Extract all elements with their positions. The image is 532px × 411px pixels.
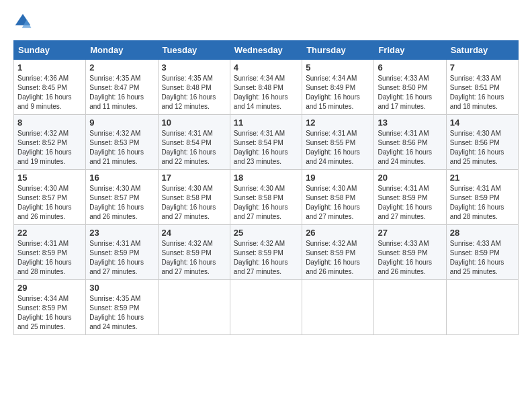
day-number: 27 xyxy=(378,228,442,238)
day-number: 7 xyxy=(450,62,515,73)
day-info: Sunrise: 4:32 AMSunset: 8:52 PMDaylight:… xyxy=(17,130,72,165)
page: SundayMondayTuesdayWednesdayThursdayFrid… xyxy=(0,0,532,411)
day-number: 21 xyxy=(450,173,515,183)
day-number: 16 xyxy=(89,173,154,183)
day-number: 28 xyxy=(450,228,515,238)
calendar-cell: 18 Sunrise: 4:30 AMSunset: 8:58 PMDaylig… xyxy=(230,170,302,225)
day-number: 4 xyxy=(234,62,298,73)
day-number: 12 xyxy=(306,118,370,128)
day-number: 6 xyxy=(378,62,442,73)
calendar-day-header: Tuesday xyxy=(158,41,230,60)
day-number: 13 xyxy=(378,118,442,128)
day-number: 26 xyxy=(306,228,370,238)
calendar-cell: 7 Sunrise: 4:33 AMSunset: 8:51 PMDayligh… xyxy=(446,60,518,115)
header xyxy=(13,12,519,31)
day-number: 29 xyxy=(17,283,82,293)
day-number: 10 xyxy=(162,118,226,128)
calendar-cell: 16 Sunrise: 4:30 AMSunset: 8:57 PMDaylig… xyxy=(86,170,158,225)
day-number: 15 xyxy=(17,173,82,183)
calendar-cell: 6 Sunrise: 4:33 AMSunset: 8:50 PMDayligh… xyxy=(374,60,446,115)
calendar-cell: 20 Sunrise: 4:31 AMSunset: 8:59 PMDaylig… xyxy=(374,170,446,225)
day-info: Sunrise: 4:35 AMSunset: 8:59 PMDaylight:… xyxy=(89,295,144,330)
day-info: Sunrise: 4:30 AMSunset: 8:58 PMDaylight:… xyxy=(162,185,216,220)
day-info: Sunrise: 4:33 AMSunset: 8:50 PMDaylight:… xyxy=(378,75,432,110)
calendar-header-row: SundayMondayTuesdayWednesdayThursdayFrid… xyxy=(14,41,519,60)
calendar-cell xyxy=(230,280,302,335)
day-info: Sunrise: 4:32 AMSunset: 8:59 PMDaylight:… xyxy=(162,240,216,275)
day-number: 18 xyxy=(234,173,298,183)
day-info: Sunrise: 4:30 AMSunset: 8:57 PMDaylight:… xyxy=(89,185,144,220)
day-info: Sunrise: 4:33 AMSunset: 8:59 PMDaylight:… xyxy=(450,240,504,275)
day-number: 11 xyxy=(234,118,298,128)
calendar-cell xyxy=(446,280,518,335)
day-info: Sunrise: 4:33 AMSunset: 8:51 PMDaylight:… xyxy=(450,75,504,110)
day-info: Sunrise: 4:34 AMSunset: 8:49 PMDaylight:… xyxy=(306,75,360,110)
logo-icon xyxy=(13,12,32,31)
day-number: 17 xyxy=(162,173,226,183)
day-info: Sunrise: 4:30 AMSunset: 8:58 PMDaylight:… xyxy=(234,185,288,220)
day-info: Sunrise: 4:31 AMSunset: 8:59 PMDaylight:… xyxy=(378,185,432,220)
calendar-cell: 28 Sunrise: 4:33 AMSunset: 8:59 PMDaylig… xyxy=(446,225,518,280)
day-number: 9 xyxy=(89,118,154,128)
calendar-cell: 24 Sunrise: 4:32 AMSunset: 8:59 PMDaylig… xyxy=(158,225,230,280)
day-info: Sunrise: 4:31 AMSunset: 8:55 PMDaylight:… xyxy=(306,130,360,165)
calendar-cell xyxy=(158,280,230,335)
calendar-cell xyxy=(374,280,446,335)
day-info: Sunrise: 4:34 AMSunset: 8:59 PMDaylight:… xyxy=(17,295,72,330)
day-number: 23 xyxy=(89,228,154,238)
calendar-week-row: 29 Sunrise: 4:34 AMSunset: 8:59 PMDaylig… xyxy=(14,280,519,335)
day-info: Sunrise: 4:31 AMSunset: 8:59 PMDaylight:… xyxy=(17,240,72,275)
calendar: SundayMondayTuesdayWednesdayThursdayFrid… xyxy=(13,40,519,335)
calendar-day-header: Monday xyxy=(86,41,158,60)
day-number: 24 xyxy=(162,228,226,238)
calendar-cell: 22 Sunrise: 4:31 AMSunset: 8:59 PMDaylig… xyxy=(14,225,86,280)
calendar-cell: 3 Sunrise: 4:35 AMSunset: 8:48 PMDayligh… xyxy=(158,60,230,115)
day-info: Sunrise: 4:32 AMSunset: 8:59 PMDaylight:… xyxy=(306,240,360,275)
calendar-cell: 17 Sunrise: 4:30 AMSunset: 8:58 PMDaylig… xyxy=(158,170,230,225)
day-number: 22 xyxy=(17,228,82,238)
day-info: Sunrise: 4:32 AMSunset: 8:53 PMDaylight:… xyxy=(89,130,144,165)
calendar-cell: 25 Sunrise: 4:32 AMSunset: 8:59 PMDaylig… xyxy=(230,225,302,280)
calendar-cell: 4 Sunrise: 4:34 AMSunset: 8:48 PMDayligh… xyxy=(230,60,302,115)
calendar-day-header: Sunday xyxy=(14,41,86,60)
calendar-cell: 29 Sunrise: 4:34 AMSunset: 8:59 PMDaylig… xyxy=(14,280,86,335)
calendar-cell: 8 Sunrise: 4:32 AMSunset: 8:52 PMDayligh… xyxy=(14,115,86,170)
day-number: 25 xyxy=(234,228,298,238)
day-number: 19 xyxy=(306,173,370,183)
calendar-cell: 30 Sunrise: 4:35 AMSunset: 8:59 PMDaylig… xyxy=(86,280,158,335)
calendar-cell: 23 Sunrise: 4:31 AMSunset: 8:59 PMDaylig… xyxy=(86,225,158,280)
day-info: Sunrise: 4:31 AMSunset: 8:59 PMDaylight:… xyxy=(89,240,144,275)
day-info: Sunrise: 4:33 AMSunset: 8:59 PMDaylight:… xyxy=(378,240,432,275)
calendar-cell: 15 Sunrise: 4:30 AMSunset: 8:57 PMDaylig… xyxy=(14,170,86,225)
day-info: Sunrise: 4:30 AMSunset: 8:57 PMDaylight:… xyxy=(17,185,72,220)
day-info: Sunrise: 4:32 AMSunset: 8:59 PMDaylight:… xyxy=(234,240,288,275)
day-info: Sunrise: 4:30 AMSunset: 8:56 PMDaylight:… xyxy=(450,130,504,165)
calendar-cell: 12 Sunrise: 4:31 AMSunset: 8:55 PMDaylig… xyxy=(302,115,374,170)
calendar-cell: 27 Sunrise: 4:33 AMSunset: 8:59 PMDaylig… xyxy=(374,225,446,280)
day-number: 20 xyxy=(378,173,442,183)
day-info: Sunrise: 4:31 AMSunset: 8:54 PMDaylight:… xyxy=(234,130,288,165)
calendar-day-header: Wednesday xyxy=(230,41,302,60)
calendar-cell: 1 Sunrise: 4:36 AMSunset: 8:45 PMDayligh… xyxy=(14,60,86,115)
day-info: Sunrise: 4:34 AMSunset: 8:48 PMDaylight:… xyxy=(234,75,288,110)
calendar-cell: 19 Sunrise: 4:30 AMSunset: 8:58 PMDaylig… xyxy=(302,170,374,225)
calendar-cell: 10 Sunrise: 4:31 AMSunset: 8:54 PMDaylig… xyxy=(158,115,230,170)
day-info: Sunrise: 4:35 AMSunset: 8:47 PMDaylight:… xyxy=(89,75,144,110)
calendar-cell: 13 Sunrise: 4:31 AMSunset: 8:56 PMDaylig… xyxy=(374,115,446,170)
day-info: Sunrise: 4:30 AMSunset: 8:58 PMDaylight:… xyxy=(306,185,360,220)
calendar-day-header: Saturday xyxy=(446,41,518,60)
day-number: 3 xyxy=(162,62,226,73)
calendar-week-row: 22 Sunrise: 4:31 AMSunset: 8:59 PMDaylig… xyxy=(14,225,519,280)
calendar-cell: 26 Sunrise: 4:32 AMSunset: 8:59 PMDaylig… xyxy=(302,225,374,280)
calendar-day-header: Thursday xyxy=(302,41,374,60)
day-info: Sunrise: 4:31 AMSunset: 8:56 PMDaylight:… xyxy=(378,130,432,165)
day-info: Sunrise: 4:31 AMSunset: 8:54 PMDaylight:… xyxy=(162,130,216,165)
logo xyxy=(13,12,35,31)
day-info: Sunrise: 4:35 AMSunset: 8:48 PMDaylight:… xyxy=(162,75,216,110)
calendar-cell: 9 Sunrise: 4:32 AMSunset: 8:53 PMDayligh… xyxy=(86,115,158,170)
day-number: 14 xyxy=(450,118,515,128)
day-number: 1 xyxy=(17,62,82,73)
calendar-cell: 21 Sunrise: 4:31 AMSunset: 8:59 PMDaylig… xyxy=(446,170,518,225)
day-info: Sunrise: 4:31 AMSunset: 8:59 PMDaylight:… xyxy=(450,185,504,220)
day-number: 30 xyxy=(89,283,154,293)
